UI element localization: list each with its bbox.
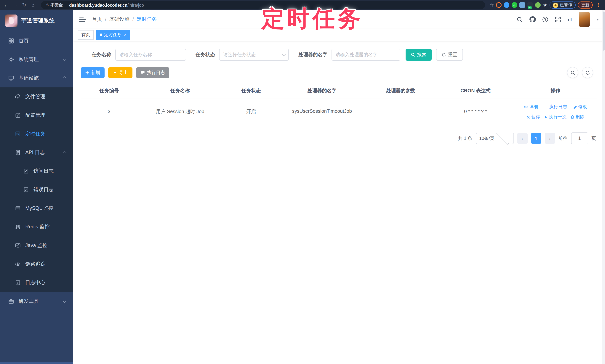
bookmark-star-icon[interactable]: ☆ <box>489 2 494 8</box>
search-icon <box>411 52 415 57</box>
github-icon[interactable] <box>529 16 536 23</box>
sidebar-item-home[interactable]: 首页 <box>0 32 73 50</box>
tab-home[interactable]: 首页 <box>78 30 94 40</box>
app-logo-row[interactable]: 芋道管理系统 <box>0 10 73 31</box>
home-icon <box>8 38 14 44</box>
show-search-button[interactable] <box>567 67 578 78</box>
url-host: dashboard.yudao.iocoder.cn <box>69 3 127 7</box>
browser-home-icon[interactable]: ⌂ <box>30 0 37 10</box>
sidebar-item-file-manage[interactable]: 文件管理 <box>0 87 73 106</box>
cloud-upload-icon <box>15 94 21 100</box>
sidebar-item-mysql-monitor[interactable]: MySQL 监控 <box>0 199 73 218</box>
sidebar-item-java-monitor[interactable]: Java 监控 <box>0 236 73 255</box>
chevron-down-icon <box>496 131 509 144</box>
sidebar-item-config-manage[interactable]: 配置管理 <box>0 106 73 125</box>
extension-icon[interactable]: ★ <box>543 2 547 8</box>
search-button[interactable]: 搜索 <box>406 49 432 61</box>
job-name-input[interactable] <box>115 49 186 61</box>
help-icon[interactable] <box>542 16 548 23</box>
timer-icon <box>15 131 21 137</box>
prev-page-button[interactable]: ‹ <box>517 133 527 143</box>
exec-log-button[interactable]: 执行日志 <box>136 67 169 78</box>
tab-scheduled-jobs[interactable]: 定时任务 × <box>96 30 130 40</box>
browser-back-icon[interactable]: ← <box>3 0 10 10</box>
browser-menu-icon[interactable]: ⋮ <box>595 2 602 8</box>
scrollbar[interactable] <box>602 10 605 364</box>
extension-icon[interactable]: on <box>527 2 533 8</box>
play-icon <box>544 115 548 119</box>
table-row: 3 用户 Session 超时 Job 开启 sysUserSessionTim… <box>81 99 597 124</box>
job-status-select[interactable]: 请选择任务状态 <box>219 49 289 61</box>
edit-link[interactable]: 修改 <box>573 104 587 110</box>
close-icon[interactable]: × <box>124 33 126 37</box>
extension-icon[interactable] <box>496 2 502 8</box>
screenshot-stage: 定时任务 ← → ↻ ⌂ ⚠ 不安全 dashboard.yudao.iocod… <box>0 0 605 364</box>
pagination: 共 1 条 10条/页 ‹ 1 › 前往 页 <box>81 132 597 144</box>
goto-label: 前往 <box>558 135 568 142</box>
goto-page-input[interactable] <box>571 132 588 144</box>
breadcrumb-home[interactable]: 首页 <box>92 16 102 23</box>
sidebar-item-error-log[interactable]: 错误日志 <box>0 181 73 199</box>
chevron-up-icon <box>63 151 66 154</box>
browser-update-button[interactable]: 更新 <box>578 1 593 9</box>
cell-job-id: 3 <box>81 99 137 124</box>
edit-icon <box>15 112 21 118</box>
document-edit-icon <box>23 187 29 193</box>
sidebar-item-redis-monitor[interactable]: Redis 监控 <box>0 218 73 236</box>
page-size-select[interactable]: 10条/页 <box>476 133 514 144</box>
paused-badge[interactable]: ☻ 已暂停 <box>550 1 576 9</box>
refresh-icon <box>585 70 590 75</box>
sidebar-item-system[interactable]: 系统管理 <box>0 50 73 69</box>
layers-icon <box>15 224 21 230</box>
delete-link[interactable]: 删除 <box>570 114 585 120</box>
sidebar-item-access-log[interactable]: 访问日志 <box>0 162 73 181</box>
breadcrumb: 首页 / 基础设施 / 定时任务 <box>92 16 157 23</box>
emoji-face-icon: ☻ <box>553 2 558 8</box>
avatar-caret-icon[interactable] <box>596 18 599 22</box>
next-page-button[interactable]: › <box>545 133 555 143</box>
page-1-button[interactable]: 1 <box>531 133 541 143</box>
col-actions: 操作 <box>514 83 597 99</box>
refresh-button[interactable] <box>582 67 593 78</box>
cell-actions: 详细 执行日志 修改 <box>514 99 597 124</box>
font-size-icon[interactable]: TT <box>567 16 573 22</box>
browser-forward-icon[interactable]: → <box>12 0 19 10</box>
sidebar-item-log-center[interactable]: 日志中心 <box>0 273 73 292</box>
export-button[interactable]: 导出 <box>108 67 132 78</box>
sidebar: 芋道管理系统 首页 系统管理 基础设施 <box>0 10 73 364</box>
cell-handler-param <box>365 99 437 124</box>
list-icon <box>141 70 145 75</box>
sidebar-item-infra[interactable]: 基础设施 <box>0 69 73 87</box>
sidebar-item-dev-tools[interactable]: 研发工具 <box>0 292 73 311</box>
search-icon[interactable] <box>516 16 523 23</box>
exec-log-link[interactable]: 执行日志 <box>542 103 569 111</box>
extension-icon[interactable]: ✓ <box>512 2 517 8</box>
handler-name-input[interactable] <box>331 49 400 61</box>
run-once-link[interactable]: 执行一次 <box>544 114 567 120</box>
col-handler-name: 处理器的名字 <box>279 83 365 99</box>
browser-reload-icon[interactable]: ↻ <box>21 0 27 10</box>
extension-icon[interactable] <box>504 2 510 8</box>
sidebar-item-trace[interactable]: 链路追踪 <box>0 255 73 273</box>
address-bar[interactable]: ⚠ 不安全 dashboard.yudao.iocoder.cn /infra/… <box>41 1 485 9</box>
trash-icon <box>570 115 575 119</box>
pause-link[interactable]: 暂停 <box>526 114 540 120</box>
cell-handler-name: sysUserSessionTimeoutJob <box>279 99 365 124</box>
fullscreen-icon[interactable] <box>555 16 561 23</box>
sidebar-menu: 首页 系统管理 基础设施 文件管理 <box>0 31 73 311</box>
jobs-table: 任务编号 任务名称 任务状态 处理器的名字 处理器的参数 CRON 表达式 操作… <box>81 83 597 124</box>
chevron-up-icon <box>63 76 66 80</box>
sidebar-collapse-icon[interactable] <box>79 17 86 22</box>
sidebar-item-scheduled-jobs[interactable]: 定时任务 <box>0 125 73 143</box>
extension-icon[interactable] <box>535 2 541 8</box>
security-label[interactable]: 不安全 <box>51 2 63 8</box>
add-button[interactable]: 新增 <box>81 67 105 78</box>
extension-icon[interactable] <box>520 2 525 8</box>
sidebar-bottom-strip <box>0 362 73 364</box>
breadcrumb-infra[interactable]: 基础设施 <box>109 16 130 23</box>
user-avatar[interactable] <box>579 12 590 27</box>
sidebar-item-api-log[interactable]: API 日志 <box>0 143 73 162</box>
job-name-label: 任务名称 <box>92 51 111 58</box>
detail-link[interactable]: 详细 <box>524 104 538 110</box>
reset-button[interactable]: 重置 <box>436 49 463 61</box>
